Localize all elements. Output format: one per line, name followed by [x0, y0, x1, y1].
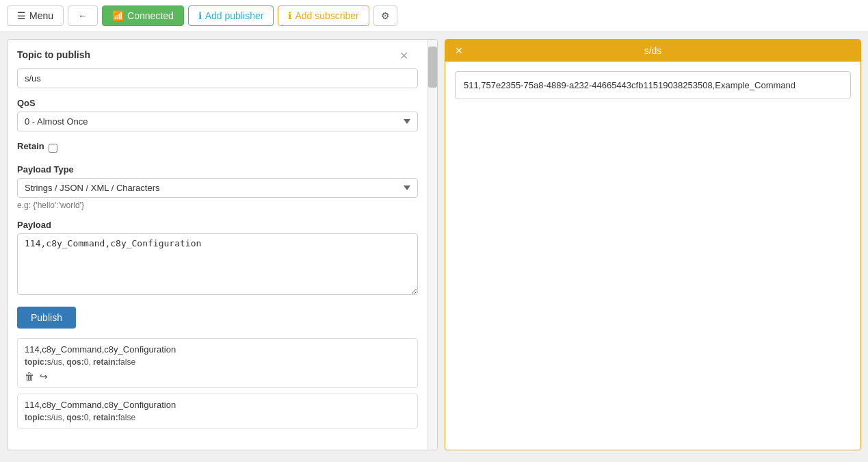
- payload-textarea[interactable]: 114,c8y_Command,c8y_Configuration: [17, 233, 418, 295]
- add-publisher-button[interactable]: ℹ Add publisher: [188, 5, 274, 26]
- payload-type-label: Payload Type: [17, 164, 418, 175]
- subscriber-panel: ✕ s/ds 511,757e2355-75a8-4889-a232-44665…: [445, 39, 861, 450]
- history-item-2: 114,c8y_Command,c8y_Configuration topic:…: [17, 394, 418, 428]
- add-subscriber-button[interactable]: ℹ Add subscriber: [278, 5, 369, 26]
- signal-icon: 📶: [112, 10, 124, 21]
- main-area: Topic to publish ✕ QoS 0 - Almost Once 1…: [0, 32, 868, 457]
- retain-checkbox[interactable]: [49, 144, 57, 153]
- subscriber-header-inner: ✕ s/ds: [455, 45, 851, 56]
- retain-label: Retain: [17, 141, 44, 151]
- subscriber-topic: s/ds: [644, 45, 662, 56]
- connected-button[interactable]: 📶 Connected: [102, 5, 184, 26]
- menu-button[interactable]: ☰ Menu: [7, 5, 64, 26]
- history-item-2-payload: 114,c8y_Command,c8y_Configuration: [25, 400, 410, 410]
- publisher-panel: Topic to publish ✕ QoS 0 - Almost Once 1…: [7, 39, 438, 450]
- publisher-title: Topic to publish: [17, 49, 404, 60]
- payload-group: Payload 114,c8y_Command,c8y_Configuratio…: [17, 220, 418, 297]
- connected-label: Connected: [127, 10, 174, 21]
- subscriber-close-button[interactable]: ✕: [455, 45, 463, 56]
- history-item-1-meta: topic:s/us, qos:0, retain:false: [25, 357, 410, 367]
- history-item-1-resend-button[interactable]: ↪: [40, 371, 48, 382]
- retain-group: Retain: [17, 141, 418, 155]
- add-subscriber-label: Add subscriber: [295, 10, 358, 21]
- subscriber-content: 511,757e2355-75a8-4889-a232-44665443cfb1…: [445, 62, 860, 109]
- payload-label: Payload: [17, 220, 418, 230]
- topic-group: [17, 68, 418, 88]
- payload-example: e.g: {'hello':'world'}: [17, 201, 418, 210]
- menu-label: Menu: [29, 10, 53, 21]
- gear-icon: ⚙: [381, 10, 390, 21]
- history-item-1: 114,c8y_Command,c8y_Configuration topic:…: [17, 338, 418, 388]
- publisher-close-button[interactable]: ✕: [399, 49, 408, 62]
- payload-type-group: Payload Type Strings / JSON / XML / Char…: [17, 164, 418, 210]
- add-sub-icon: ℹ: [288, 10, 291, 21]
- qos-label: QoS: [17, 98, 418, 108]
- history-item-2-meta: topic:s/us, qos:0, retain:false: [25, 413, 410, 422]
- toolbar: ☰ Menu ← 📶 Connected ℹ Add publisher ℹ A…: [0, 0, 868, 32]
- menu-icon: ☰: [17, 10, 26, 21]
- back-button[interactable]: ←: [68, 5, 98, 26]
- qos-group: QoS 0 - Almost Once 1 - At Least Once 2 …: [17, 98, 418, 131]
- publisher-content: Topic to publish ✕ QoS 0 - Almost Once 1…: [8, 40, 428, 450]
- add-publisher-label: Add publisher: [205, 10, 264, 21]
- topic-input[interactable]: [17, 68, 418, 88]
- payload-type-select[interactable]: Strings / JSON / XML / Characters Base64…: [17, 178, 418, 198]
- back-icon: ←: [78, 10, 88, 21]
- subscriber-message: 511,757e2355-75a8-4889-a232-44665443cfb1…: [455, 71, 851, 99]
- settings-button[interactable]: ⚙: [373, 5, 397, 26]
- subscriber-header: ✕ s/ds: [445, 40, 860, 62]
- add-pub-icon: ℹ: [198, 10, 202, 21]
- publisher-scrollbar[interactable]: [428, 40, 437, 450]
- history-item-1-actions: 🗑 ↪: [25, 371, 410, 382]
- publish-button[interactable]: Publish: [17, 307, 76, 329]
- qos-select[interactable]: 0 - Almost Once 1 - At Least Once 2 - Ex…: [17, 112, 418, 131]
- scrollbar-thumb[interactable]: [428, 47, 437, 88]
- history-item-1-payload: 114,c8y_Command,c8y_Configuration: [25, 344, 410, 355]
- history-item-1-delete-button[interactable]: 🗑: [25, 371, 34, 382]
- publisher-header: Topic to publish ✕: [17, 49, 418, 60]
